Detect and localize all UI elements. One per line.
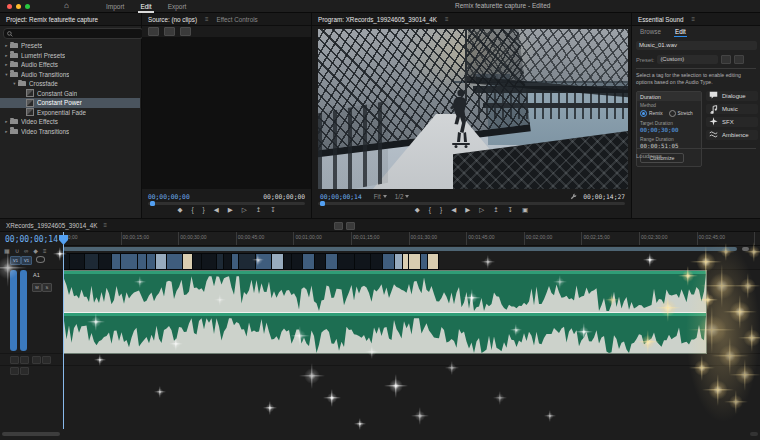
zoom-scrollbar-handle[interactable] [742, 247, 749, 251]
panel-button[interactable] [164, 27, 175, 36]
tab-effect-controls[interactable]: Effect Controls [217, 16, 258, 23]
tree-item-presets[interactable]: ▸Presets [0, 41, 140, 51]
horizontal-scrollbar[interactable] [2, 432, 60, 436]
panel-button[interactable] [148, 27, 159, 36]
source-playhead[interactable] [150, 201, 155, 206]
track-control[interactable] [32, 356, 41, 364]
track-control[interactable] [10, 356, 19, 364]
tab-browse[interactable]: Browse [640, 28, 661, 35]
tab-edit[interactable]: Edit [675, 28, 686, 35]
tab-export[interactable]: Export [166, 2, 189, 11]
panel-button[interactable] [334, 222, 343, 230]
tree-item-exponential-fade[interactable]: Exponential Fade [0, 108, 140, 118]
target-duration-value[interactable]: 00;00;30;00 [637, 127, 701, 135]
source-timecode[interactable]: 00;00;00;00 [148, 193, 190, 200]
twisty-icon[interactable]: ▸ [3, 43, 10, 48]
minimize-window-button[interactable] [16, 4, 21, 9]
program-playhead[interactable] [320, 201, 325, 206]
tree-item-video-transitions[interactable]: ▸Video Transitions [0, 127, 140, 137]
mark-out-button[interactable]: } [440, 207, 442, 214]
settings-wrench-icon[interactable] [570, 193, 577, 200]
tree-item-video-effects[interactable]: ▸Video Effects [0, 117, 140, 127]
source-patch-a1[interactable] [10, 270, 17, 351]
tab-source[interactable]: Source: (no clips) [148, 16, 197, 23]
track-target-a1[interactable] [20, 270, 27, 351]
panel-menu-icon[interactable]: ≡ [692, 16, 696, 22]
program-timecode[interactable]: 00;00;00;14 [320, 193, 362, 200]
audio-clip[interactable] [63, 270, 707, 354]
lift-button[interactable]: ↥ [493, 207, 498, 214]
playback-resolution-select[interactable]: 1/2 [395, 193, 404, 200]
tree-item-constant-power[interactable]: Constant Power [0, 98, 140, 108]
track-control[interactable] [10, 367, 19, 375]
delete-preset-button[interactable] [734, 55, 744, 64]
extract-button[interactable]: ↧ [508, 207, 513, 214]
play-button[interactable]: ▶ [465, 207, 470, 214]
zoom-scrollbar[interactable] [63, 247, 737, 251]
mark-in-button[interactable]: { [429, 207, 431, 214]
remix-radio[interactable]: Remix [640, 110, 663, 117]
twisty-icon[interactable]: ▾ [3, 72, 10, 77]
twisty-icon[interactable]: ▾ [11, 81, 18, 86]
tab-project[interactable]: Project: Remix featurette capture [6, 16, 98, 23]
audio-tag-dialogue[interactable]: Dialogue [706, 91, 758, 101]
panel-button[interactable] [346, 222, 355, 230]
audio-tag-ambience[interactable]: Ambience [706, 130, 758, 140]
preset-select[interactable]: (Custom) [657, 55, 718, 64]
insert-button[interactable]: ↥ [256, 207, 261, 214]
overwrite-button[interactable]: ↧ [270, 207, 275, 214]
maximize-window-button[interactable] [25, 4, 30, 9]
source-patch-v1[interactable]: V1 [10, 256, 21, 265]
tab-edit[interactable]: Edit [138, 2, 153, 11]
tab-essential-sound[interactable]: Essential Sound [638, 16, 684, 23]
twisty-icon[interactable]: ▸ [3, 129, 10, 134]
tab-sequence[interactable]: XRecords_19924605_39014_4K [6, 222, 97, 229]
track-control[interactable] [20, 367, 29, 375]
effects-search[interactable] [3, 28, 144, 39]
ruler[interactable]: 00;0000;00;15;0000;00;30;0000;00;45;0000… [63, 232, 760, 246]
panel-menu-icon[interactable]: ≡ [445, 16, 449, 22]
export-frame-button[interactable]: ▣ [522, 207, 528, 214]
timeline-settings-button[interactable]: ≡ [43, 248, 47, 254]
track-target-v1[interactable]: V1 [21, 256, 32, 265]
track-control[interactable] [20, 356, 29, 364]
source-seek-bar[interactable] [148, 202, 305, 205]
twisty-icon[interactable]: ▸ [3, 62, 10, 67]
mark-in-button[interactable]: { [191, 207, 193, 214]
tree-item-audio-effects[interactable]: ▸Audio Effects [0, 60, 140, 70]
scrollbar-corner[interactable] [750, 432, 758, 436]
playhead-line[interactable] [63, 232, 64, 429]
tab-import[interactable]: Import [104, 2, 126, 11]
step-forward-button[interactable]: ▷ [242, 207, 247, 214]
timeline-timecode[interactable]: 00;00;00;14 [5, 235, 58, 244]
linked-selection-button[interactable]: ∞ [24, 248, 28, 254]
tree-item-audio-transitions[interactable]: ▾Audio Transitions [0, 70, 140, 80]
playhead-marker[interactable] [59, 231, 68, 249]
tab-program[interactable]: Program: XRecords_19924605_39014_4K [318, 16, 437, 23]
panel-menu-icon[interactable]: ≡ [103, 222, 107, 228]
twisty-icon[interactable]: ▸ [3, 53, 10, 58]
close-window-button[interactable] [7, 4, 12, 9]
step-back-button[interactable]: ◀ [214, 207, 219, 214]
tree-item-crossfade[interactable]: ▾Crossfade [0, 79, 140, 89]
step-back-button[interactable]: ◀ [451, 207, 456, 214]
snap-button[interactable]: ∪ [15, 248, 19, 254]
zoom-level-select[interactable]: Fit [374, 193, 381, 200]
track-control[interactable] [42, 356, 51, 364]
stretch-radio[interactable]: Stretch [669, 110, 693, 117]
tree-item-lumetri-presets[interactable]: ▸Lumetri Presets [0, 51, 140, 61]
home-icon[interactable]: ⌂ [64, 1, 69, 10]
play-button[interactable]: ▶ [228, 207, 233, 214]
mute-track-button[interactable]: M [32, 283, 42, 292]
add-marker-button[interactable]: ◆ [33, 248, 38, 254]
solo-track-button[interactable]: S [42, 283, 52, 292]
twisty-icon[interactable]: ▸ [3, 119, 10, 124]
mark-out-button[interactable]: } [203, 207, 205, 214]
timeline-display-settings-button[interactable]: ▦ [4, 248, 10, 254]
panel-menu-icon[interactable]: ≡ [205, 16, 209, 22]
search-input[interactable] [15, 30, 129, 38]
audio-tag-music[interactable]: Music [706, 104, 758, 114]
audio-tag-sfx[interactable]: SFX [706, 117, 758, 127]
add-marker-button[interactable]: ◆ [177, 207, 182, 214]
duration-header[interactable]: Duration [637, 92, 701, 101]
